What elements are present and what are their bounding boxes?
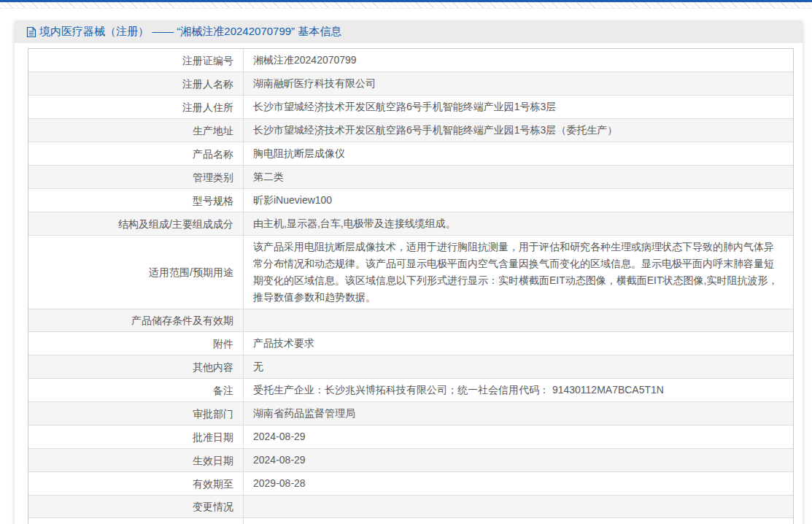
row-value: 该产品采用电阻抗断层成像技术，适用于进行胸阻抗测量，用于评估和研究各种生理或病理…	[243, 236, 793, 309]
table-row-attachments: 附件 产品技术要求	[28, 332, 793, 355]
row-label: 管理类别	[28, 166, 243, 188]
table-row-effective-date: 生效日期 2024-08-29	[28, 449, 793, 472]
row-value: 由主机,显示器,台车,电极带及连接线缆组成。	[243, 212, 793, 235]
row-label: 附件	[28, 332, 243, 355]
row-label: 有效期至	[28, 472, 243, 495]
row-value: 详情	[243, 518, 793, 524]
table-row-production-address: 生产地址 长沙市望城经济技术开发区航空路6号手机智能终端产业园1号栋3层（委托生…	[28, 119, 793, 142]
table-row-registration-number: 注册证编号 湘械注准20242070799	[28, 49, 793, 72]
row-value: 产品技术要求	[243, 332, 793, 355]
row-value: 胸电阻抗断层成像仪	[243, 142, 793, 165]
row-value	[243, 496, 793, 517]
registration-info-panel: 境内医疗器械（注册） —— “湘械注准20242070799” 基本信息 注册证…	[15, 20, 803, 524]
row-label: 注册人住所	[28, 96, 243, 118]
row-value: 2029-08-28	[243, 472, 793, 495]
table-row-structure-composition: 结构及组成/主要组成成分 由主机,显示器,台车,电极带及连接线缆组成。	[28, 212, 793, 236]
row-label: 审批部门	[28, 402, 243, 425]
table-row-product-name: 产品名称 胸电阻抗断层成像仪	[28, 142, 793, 166]
table-row-expiry-date: 有效期至 2029-08-28	[28, 472, 793, 496]
row-label: 产品名称	[28, 142, 243, 165]
row-label: 结构及组成/主要组成成分	[28, 212, 243, 235]
table-row-remarks: 备注 受托生产企业：长沙兆兴博拓科技有限公司；统一社会信用代码： 9143011…	[28, 379, 793, 402]
table-row-model-spec: 型号规格 昕影iNueview100	[28, 189, 793, 212]
row-value: 昕影iNueview100	[243, 189, 793, 212]
table-row-registrant-name: 注册人名称 湖南融昕医疗科技有限公司	[28, 72, 793, 96]
row-value: 无	[243, 355, 793, 378]
row-label: 其他内容	[28, 355, 243, 378]
row-value: 湘械注准20242070799	[243, 49, 793, 72]
row-value: 2024-08-29	[243, 425, 793, 448]
row-label: 注	[28, 518, 243, 524]
row-value: 2024-08-29	[243, 449, 793, 471]
row-value: 受托生产企业：长沙兆兴博拓科技有限公司；统一社会信用代码： 91430112MA…	[243, 379, 793, 401]
row-label: 生产地址	[28, 119, 243, 142]
table-row-other-content: 其他内容 无	[28, 355, 793, 379]
detail-link[interactable]: 详情	[253, 521, 274, 524]
panel-body: 注册证编号 湘械注准20242070799 注册人名称 湖南融昕医疗科技有限公司…	[15, 43, 803, 524]
row-label: 生效日期	[28, 449, 243, 471]
row-value: 湖南融昕医疗科技有限公司	[243, 72, 793, 95]
row-value: 长沙市望城经济技术开发区航空路6号手机智能终端产业园1号栋3层	[243, 96, 793, 118]
row-label: 适用范围/预期用途	[28, 236, 243, 309]
row-label: 型号规格	[28, 189, 243, 212]
row-value: 长沙市望城经济技术开发区航空路6号手机智能终端产业园1号栋3层（委托生产）	[243, 119, 793, 142]
table-row-registrant-address: 注册人住所 长沙市望城经济技术开发区航空路6号手机智能终端产业园1号栋3层	[28, 96, 793, 119]
table-row-change-status: 变更情况	[28, 496, 793, 518]
page-title: 境内医疗器械（注册） —— “湘械注准20242070799” 基本信息	[39, 25, 341, 39]
table-row-note: 注 详情	[28, 518, 793, 524]
table-row-intended-use: 适用范围/预期用途 该产品采用电阻抗断层成像技术，适用于进行胸阻抗测量，用于评估…	[28, 236, 793, 309]
document-icon	[26, 26, 36, 38]
striped-band	[0, 2, 812, 9]
table-row-storage-conditions: 产品储存条件及有效期	[28, 309, 793, 332]
row-value	[243, 309, 793, 331]
row-label: 变更情况	[28, 496, 243, 517]
row-label: 备注	[28, 379, 243, 401]
row-value: 湖南省药品监督管理局	[243, 402, 793, 425]
table-row-approval-department: 审批部门 湖南省药品监督管理局	[28, 402, 793, 425]
info-table: 注册证编号 湘械注准20242070799 注册人名称 湖南融昕医疗科技有限公司…	[28, 48, 794, 524]
table-row-management-class: 管理类别 第二类	[28, 166, 793, 189]
row-value: 第二类	[243, 166, 793, 188]
row-label: 注册证编号	[28, 49, 243, 72]
panel-header: 境内医疗器械（注册） —— “湘械注准20242070799” 基本信息	[15, 20, 803, 43]
row-label: 注册人名称	[28, 72, 243, 95]
table-row-approval-date: 批准日期 2024-08-29	[28, 425, 793, 449]
row-label: 批准日期	[28, 425, 243, 448]
row-label: 产品储存条件及有效期	[28, 309, 243, 331]
